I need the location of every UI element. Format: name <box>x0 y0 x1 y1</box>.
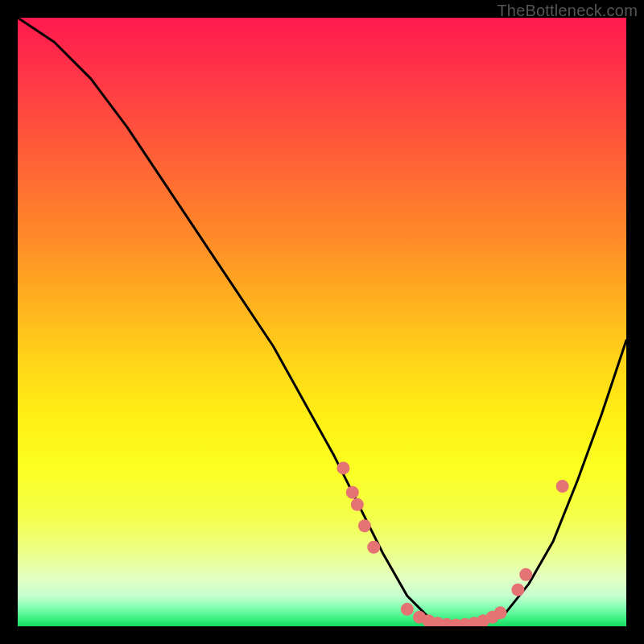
bottleneck-curve <box>18 18 626 626</box>
curve-path <box>18 18 626 626</box>
data-point <box>351 498 364 511</box>
data-point <box>494 606 507 619</box>
data-point <box>358 519 371 532</box>
data-point <box>511 584 524 597</box>
data-point <box>519 568 532 581</box>
data-point <box>346 486 359 499</box>
data-point <box>556 480 569 493</box>
chart-svg <box>18 18 626 626</box>
data-points <box>336 461 568 626</box>
data-point <box>401 603 414 616</box>
plot-area <box>18 18 626 626</box>
data-point <box>336 461 349 474</box>
chart-container: TheBottleneck.com <box>0 0 644 644</box>
data-point <box>367 541 380 554</box>
